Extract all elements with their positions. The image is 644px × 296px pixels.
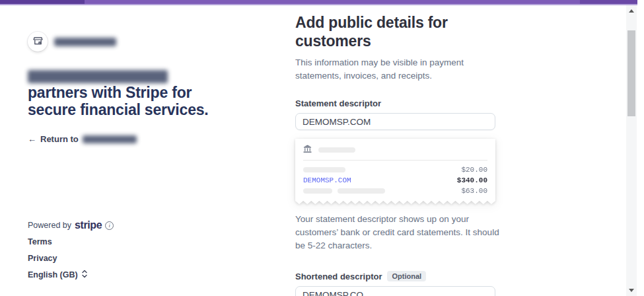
receipt-amount: $20.00 [461,166,487,174]
chevron-updown-icon [81,270,88,280]
receipt-preview-card: $20.00 DEMOMSP.COM $340.00 $63.00 [295,139,495,204]
page-subtitle: This information may be visible in payme… [295,56,500,83]
redacted-headline-business-name [28,70,168,83]
redacted-line-item [303,167,345,172]
storefront-icon [33,36,43,48]
scrollbar-thumb[interactable] [627,30,635,116]
powered-by-label: Powered by [28,221,71,230]
receipt-header [303,145,487,155]
return-link[interactable]: ← Return to [28,134,137,144]
shortened-descriptor-input[interactable] [295,286,495,296]
business-badge-row [28,32,116,52]
vertical-scrollbar[interactable] [626,5,637,296]
redacted-line-item [303,188,332,194]
scrollbar-down-button[interactable] [626,285,637,296]
scrollbar-up-button[interactable] [626,5,637,17]
redacted-line-item [338,188,385,194]
arrow-up-icon [629,9,634,13]
language-selector[interactable]: English (GB) [28,270,88,280]
bank-icon [303,144,312,156]
language-label: English (GB) [28,270,78,279]
receipt-divider [303,160,487,161]
powered-by-stripe[interactable]: Powered by stripe i [28,219,114,231]
business-avatar [28,32,48,52]
redacted-return-target [83,135,137,143]
receipt-amount-highlight: $340.00 [457,176,487,184]
statement-descriptor-help: Your statement descriptor shows up on yo… [295,213,508,252]
stripe-logo: stripe [75,219,102,231]
return-link-label: Return to [40,134,79,144]
terms-link[interactable]: Terms [28,237,52,246]
shortened-descriptor-label: Shortened descriptor [295,272,382,281]
statement-descriptor-input[interactable] [295,113,495,130]
redacted-business-name [54,38,116,46]
left-headline: partners with Stripe for secure financia… [28,84,223,118]
statement-descriptor-label: Statement descriptor [295,98,381,108]
receipt-row: $20.00 [303,165,487,175]
page-title: Add public details for customers [295,13,493,50]
arrow-down-icon [629,289,634,292]
receipt-descriptor-text: DEMOMSP.COM [303,176,351,184]
privacy-link[interactable]: Privacy [28,254,57,263]
redacted-bank-name [318,147,355,153]
main-form-panel: Add public details for customers This in… [295,0,513,296]
optional-badge: Optional [387,271,426,281]
receipt-row: $63.00 [303,186,487,196]
shortened-descriptor-label-row: Shortened descriptor Optional [295,271,513,281]
left-panel: partners with Stripe for secure financia… [28,0,285,296]
info-icon[interactable]: i [105,221,114,230]
statement-descriptor-label-row: Statement descriptor [295,98,513,108]
arrow-left-icon: ← [28,134,36,144]
left-footer: Powered by stripe i Terms Privacy Englis… [28,219,114,231]
receipt-amount: $63.00 [461,187,487,195]
receipt-row-descriptor: DEMOMSP.COM $340.00 [303,175,487,186]
